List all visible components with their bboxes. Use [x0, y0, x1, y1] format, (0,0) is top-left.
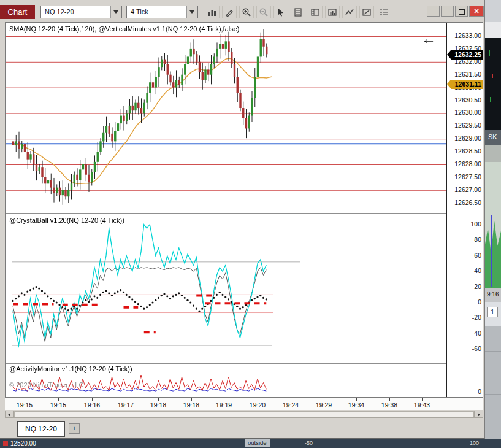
zigzag-line-icon	[345, 7, 354, 17]
background-bar	[490, 97, 491, 102]
zoom-out-button[interactable]	[256, 6, 271, 18]
report-icon	[293, 7, 303, 17]
chart-style-button[interactable]	[205, 6, 220, 18]
background-window	[485, 0, 501, 22]
crystal-axis-label: 40	[445, 267, 481, 274]
background-chart-dark	[485, 38, 501, 130]
chart-style-icon	[207, 7, 217, 17]
time-tick	[191, 398, 192, 401]
crystal-axis-label: 20	[445, 283, 481, 290]
crystalball-panel-label: @CrystalBall v1.20(NQ 12-20 (4 Tick))	[9, 217, 124, 224]
panel-splitter[interactable]	[6, 213, 446, 214]
cursor-button[interactable]	[273, 6, 288, 18]
chart-area: SMA(NQ 12-20 (4 Tick),120), @VerticalMin…	[5, 22, 483, 398]
close-button[interactable]: ✕	[469, 6, 484, 17]
crystal-axis-label: 60	[445, 252, 481, 259]
tab-bar: NQ 12-20 +	[0, 419, 484, 438]
crystal-axis-label: -60	[445, 345, 481, 352]
background-price-label: 12520.00	[10, 439, 36, 447]
time-axis-label: 19:29	[313, 401, 334, 409]
scrollbar-thumb[interactable]	[14, 411, 474, 417]
price-axis-label: 12631.50	[445, 71, 481, 78]
background-badge: 1	[487, 307, 498, 317]
time-tick	[58, 398, 59, 401]
chevron-down-icon[interactable]	[110, 6, 121, 18]
time-axis-label: 19:18	[148, 401, 169, 409]
time-tick	[126, 398, 126, 401]
tab-nq-12-20[interactable]: NQ 12-20	[17, 421, 65, 437]
price-axis-label: 12627.00	[445, 186, 481, 193]
time-tick	[356, 398, 357, 401]
background-chart-green	[485, 162, 501, 288]
background-window: 1	[485, 302, 501, 326]
background-outside-chip: outside	[245, 439, 270, 447]
level-price-marker: 12631.11	[451, 80, 483, 89]
time-tick	[25, 398, 25, 401]
time-tick	[324, 398, 324, 401]
indicators-button[interactable]	[325, 6, 340, 18]
interval-select-value: 4 Tick	[131, 6, 148, 18]
chart-scrollbar[interactable]	[5, 411, 483, 418]
price-axis-label: 12629.00	[445, 134, 481, 142]
line-tools-button[interactable]	[342, 6, 357, 18]
left-arrow-annotation: ←	[421, 30, 436, 47]
zoom-in-button[interactable]	[239, 6, 254, 18]
background-window	[485, 326, 501, 439]
price-panel-label: SMA(NQ 12-20 (4 Tick),120), @VerticalMin…	[9, 25, 240, 33]
copyright-text: © 2020 NinjaTrader, LLC	[9, 381, 83, 388]
background-bar	[492, 74, 493, 78]
price-marker-square	[3, 441, 8, 446]
inactive-window-button-2[interactable]	[441, 6, 454, 17]
drawing-tools-button[interactable]	[222, 6, 237, 18]
scroll-left-button[interactable]	[6, 411, 14, 417]
crystal-axis-label: 80	[445, 236, 481, 243]
price-axis-label: 12630.00	[445, 109, 481, 116]
activitymonitor-panel-label: @ActivityMonitor v1.1(NQ 12-20 (4 Tick))	[9, 365, 132, 373]
activity-axis-label: 0	[445, 388, 481, 395]
report-button[interactable]	[291, 6, 305, 18]
pencil-icon	[224, 7, 234, 17]
maximize-button[interactable]	[455, 6, 468, 17]
background-window	[485, 22, 501, 38]
background-vertical-line	[491, 215, 492, 287]
inactive-window-button-1[interactable]	[427, 6, 440, 17]
zoom-in-icon	[242, 7, 251, 17]
time-axis-label: 19:15	[14, 401, 35, 409]
chart-canvas[interactable]	[6, 23, 446, 397]
time-axis-label: 19:17	[115, 401, 136, 409]
panel-splitter[interactable]	[6, 363, 446, 364]
instrument-select[interactable]: NQ 12-20	[40, 6, 122, 18]
price-axis-label: 12626.50	[445, 199, 481, 206]
time-tick	[158, 398, 159, 401]
instrument-select-value: NQ 12-20	[45, 6, 74, 18]
add-tab-button[interactable]: +	[69, 423, 80, 434]
time-axis-label: 19:34	[346, 401, 367, 409]
background-axis-number: 100	[470, 440, 479, 447]
data-series-button[interactable]	[308, 6, 323, 18]
price-axis-label: 12630.50	[445, 96, 481, 104]
scroll-right-button[interactable]	[474, 411, 483, 417]
crystal-axis-label: 0	[445, 298, 481, 306]
strategies-button[interactable]	[359, 6, 374, 18]
price-axis-label: 12628.00	[445, 160, 481, 168]
divider	[485, 351, 501, 352]
properties-button[interactable]	[377, 6, 391, 18]
background-time-label: 9:16	[485, 288, 501, 302]
time-tick	[389, 398, 390, 401]
background-bottom-strip: 12520.00 outside -50 100	[0, 439, 501, 448]
chevron-down-icon[interactable]	[186, 6, 197, 18]
background-bar	[489, 50, 490, 56]
background-label-sk: SK	[485, 130, 501, 145]
crystal-axis-label: 100	[445, 220, 481, 228]
time-tick	[258, 398, 258, 401]
price-axis-label: 12633.00	[445, 32, 481, 39]
data-series-icon	[310, 7, 320, 17]
divider	[485, 394, 501, 395]
time-axis-label: 19:16	[82, 401, 102, 409]
time-axis-label: 19:18	[181, 401, 202, 409]
last-price-marker: 12632.25	[451, 50, 483, 60]
chart-window: Chart NQ 12-20 4 Tick ✕ SMA(NQ 12-20 (4 …	[0, 0, 485, 439]
indicators-icon	[327, 7, 337, 17]
time-tick	[224, 398, 224, 401]
interval-select[interactable]: 4 Tick	[126, 6, 198, 18]
